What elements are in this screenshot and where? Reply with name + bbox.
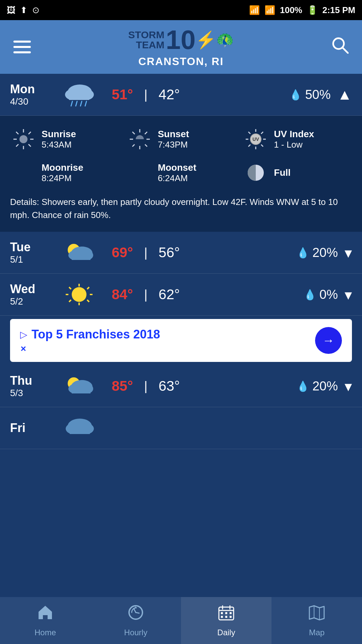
status-icons-right: 📶 📶 100% 🔋 2:15 PM — [249, 5, 355, 15]
day-label-wed: Wed 5/2 — [10, 282, 54, 307]
battery-icon: 🔋 — [307, 5, 318, 15]
location-label: CRANSTON, RI — [138, 55, 224, 68]
moonset-icon — [126, 159, 153, 186]
svg-rect-28 — [134, 139, 145, 145]
svg-rect-69 — [225, 612, 227, 614]
rain-drop-icon: 💧 — [297, 380, 309, 392]
rain-drop-icon: 💧 — [297, 247, 309, 259]
calendar-icon — [218, 604, 235, 625]
nav-map[interactable]: Map — [272, 597, 362, 644]
svg-line-7 — [76, 101, 77, 106]
rain-drop-icon: 💧 — [289, 89, 302, 101]
expanded-panel-mon: Sunrise 5:43AM — [0, 116, 362, 232]
svg-line-51 — [87, 300, 89, 302]
wifi-icon: 📶 — [249, 5, 260, 15]
day-row-tue[interactable]: Tue 5/1 69° | 56° 💧 20% ▾ — [0, 232, 362, 274]
weather-icon-wed — [60, 281, 97, 308]
status-icons-left: 🖼 ⬆ ⊙ — [7, 5, 40, 15]
rain-info-tue: 💧 20% — [271, 246, 338, 260]
weather-icon-tue — [60, 239, 97, 266]
day-row-mon[interactable]: Mon 4/30 51° | 42° 💧 50% ▲ — [0, 74, 362, 116]
weather-icon-mon — [60, 81, 97, 108]
rain-info-mon: 💧 50% — [263, 88, 330, 102]
uv-index-item: UV UV Index 1 - Low — [242, 126, 352, 153]
logo-number: 10 — [166, 26, 195, 53]
svg-line-33 — [248, 132, 250, 134]
moon-phase-item: Full — [242, 159, 352, 186]
svg-rect-58 — [72, 389, 90, 393]
day-row-fri[interactable]: Fri — [0, 407, 362, 449]
menu-button[interactable] — [13, 41, 31, 53]
svg-text:UV: UV — [253, 137, 259, 142]
ad-banner[interactable]: ▷ Top 5 Franchises 2018 ✕ → — [10, 319, 352, 362]
weather-details: Details: Showers early, then partly clou… — [10, 196, 352, 222]
signal-icon: 📶 — [264, 5, 275, 15]
ad-close-icon[interactable]: ✕ — [20, 345, 26, 354]
weather-icon-fri — [60, 415, 97, 441]
svg-point-45 — [72, 287, 86, 302]
day-row-thu[interactable]: Thu 5/3 85° | 63° 💧 20% ▾ — [0, 365, 362, 407]
battery-label: 100% — [280, 5, 302, 15]
svg-line-34 — [261, 145, 263, 147]
status-bar: 🖼 ⬆ ⊙ 📶 📶 100% 🔋 2:15 PM — [0, 0, 362, 20]
svg-line-17 — [28, 132, 31, 134]
svg-line-26 — [145, 132, 147, 134]
day-row-wed[interactable]: Wed 5/2 84° | 62° 💧 0% ▾ — [0, 274, 362, 316]
svg-line-9 — [85, 101, 86, 106]
nav-daily[interactable]: Daily — [181, 597, 272, 644]
search-button[interactable] — [331, 36, 349, 58]
moonrise-item: Moonrise 8:24PM — [10, 159, 120, 186]
svg-rect-70 — [230, 612, 232, 614]
ad-content: ▷ Top 5 Franchises 2018 ✕ — [20, 327, 160, 354]
rain-info-thu: 💧 20% — [271, 379, 338, 393]
svg-point-10 — [19, 135, 27, 143]
clock-icon — [127, 604, 144, 625]
svg-line-1 — [343, 48, 348, 53]
weather-icon-thu — [60, 373, 97, 399]
day-label-fri: Fri — [10, 421, 54, 435]
moonset-item: Moonset 6:24AM — [126, 159, 236, 186]
svg-rect-73 — [230, 616, 232, 618]
map-icon — [308, 604, 325, 625]
photo-icon: 🖼 — [7, 5, 15, 15]
svg-line-50 — [69, 287, 71, 289]
upload-icon: ⬆ — [20, 5, 27, 15]
svg-rect-62 — [70, 429, 90, 434]
svg-line-18 — [16, 144, 18, 147]
day-label-thu: Thu 5/3 — [10, 374, 54, 398]
ad-arrow-button[interactable]: → — [315, 327, 342, 354]
svg-rect-44 — [72, 255, 90, 260]
nav-hourly[interactable]: Hourly — [90, 597, 181, 644]
day-label-mon: Mon 4/30 — [10, 82, 54, 107]
lightning-icon: ⚡ — [195, 32, 216, 48]
svg-line-8 — [80, 101, 82, 106]
svg-line-15 — [16, 132, 18, 134]
svg-line-6 — [71, 101, 72, 106]
storm-team-text: STORM TEAM — [128, 30, 165, 50]
uv-icon: UV — [242, 126, 269, 153]
home-icon — [37, 604, 54, 625]
day-label-tue: Tue 5/1 — [10, 240, 54, 265]
svg-line-52 — [87, 287, 89, 289]
chevron-up-icon: ▲ — [337, 86, 352, 103]
nav-home[interactable]: Home — [0, 597, 90, 644]
sunrise-item: Sunrise 5:43AM — [10, 126, 120, 153]
radio-icon: ⊙ — [32, 5, 40, 15]
time-label: 2:15 PM — [322, 5, 355, 15]
svg-rect-72 — [225, 616, 227, 618]
svg-line-35 — [261, 132, 263, 134]
svg-line-16 — [28, 144, 31, 147]
svg-line-27 — [132, 144, 135, 147]
main-content: Mon 4/30 51° | 42° 💧 50% ▲ — [0, 74, 362, 496]
chevron-down-icon: ▾ — [345, 244, 352, 261]
svg-line-53 — [69, 300, 71, 302]
svg-rect-5 — [69, 95, 89, 100]
logo-area: STORM TEAM 10 ⚡ 🦚 CRANSTON, RI — [128, 26, 234, 68]
svg-line-25 — [145, 144, 147, 147]
sunset-icon — [126, 126, 153, 153]
nbc-peacock-icon: 🦚 — [216, 32, 234, 48]
rain-info-wed: 💧 0% — [271, 287, 338, 302]
rain-drop-icon: 💧 — [304, 289, 316, 301]
ad-play-icon: ▷ — [20, 329, 27, 340]
moonrise-icon — [10, 159, 37, 186]
